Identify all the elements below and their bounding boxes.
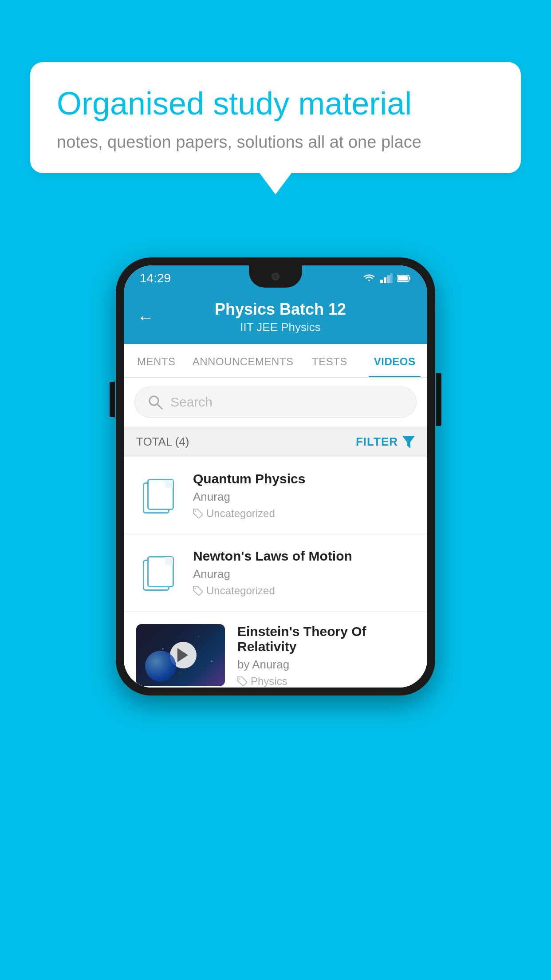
header-title: Physics Batch 12 — [165, 300, 396, 319]
filter-button[interactable]: FILTER — [356, 435, 415, 449]
speech-bubble-subtitle: notes, question papers, solutions all at… — [57, 133, 494, 152]
header-subtitle: IIT JEE Physics — [165, 320, 396, 334]
svg-point-12 — [239, 678, 240, 680]
tag-icon-3 — [237, 676, 247, 686]
status-bar: 14:29 — [124, 265, 427, 291]
video-item-einstein[interactable]: Einstein's Theory Of Relativity by Anura… — [124, 612, 427, 688]
svg-point-11 — [195, 588, 196, 589]
video-list: Quantum Physics Anurag Uncategorized — [124, 457, 427, 688]
svg-rect-1 — [384, 277, 386, 283]
search-box[interactable]: Search — [134, 387, 417, 418]
svg-line-8 — [157, 404, 162, 409]
filter-bar: TOTAL (4) FILTER — [124, 427, 427, 457]
video-title-quantum: Quantum Physics — [193, 471, 415, 486]
video-item-quantum[interactable]: Quantum Physics Anurag Uncategorized — [124, 457, 427, 534]
phone-screen: 14:29 — [124, 265, 427, 688]
svg-rect-2 — [387, 275, 390, 283]
tabs-bar: MENTS ANNOUNCEMENTS TESTS VIDEOS — [124, 344, 427, 378]
tab-videos[interactable]: VIDEOS — [362, 344, 427, 377]
back-button[interactable]: ← — [137, 309, 154, 326]
svg-point-10 — [195, 510, 196, 512]
tab-tests[interactable]: TESTS — [297, 344, 362, 377]
video-title-newton: Newton's Laws of Motion — [193, 549, 415, 564]
svg-rect-3 — [390, 273, 393, 283]
play-icon — [177, 648, 188, 662]
video-author-quantum: Anurag — [193, 490, 415, 504]
speech-bubble-card: Organised study material notes, question… — [30, 62, 521, 173]
search-container: Search — [124, 378, 427, 427]
video-thumbnail-einstein — [136, 624, 225, 686]
video-tag-newton: Uncategorized — [193, 585, 415, 597]
tab-announcements[interactable]: ANNOUNCEMENTS — [189, 344, 297, 377]
speech-bubble-arrow — [260, 173, 291, 194]
tag-icon-2 — [193, 586, 203, 596]
video-title-einstein: Einstein's Theory Of Relativity — [237, 624, 415, 654]
signal-icon — [380, 273, 393, 283]
status-time: 14:29 — [140, 271, 171, 285]
notch — [249, 265, 302, 288]
svg-marker-9 — [402, 436, 415, 448]
video-info-einstein: Einstein's Theory Of Relativity by Anura… — [237, 624, 415, 688]
svg-rect-6 — [398, 276, 408, 281]
speech-bubble-title: Organised study material — [57, 85, 494, 122]
svg-rect-5 — [409, 277, 410, 280]
battery-icon — [397, 274, 411, 282]
search-placeholder: Search — [170, 395, 213, 410]
video-item-newton[interactable]: Newton's Laws of Motion Anurag Uncategor… — [124, 534, 427, 612]
tab-ments[interactable]: MENTS — [124, 344, 189, 377]
file-icon — [143, 478, 174, 514]
camera-dot — [272, 273, 279, 281]
app-header: ← Physics Batch 12 IIT JEE Physics — [124, 291, 427, 344]
file-icon-2 — [143, 555, 174, 591]
filter-icon — [402, 436, 415, 448]
video-thumb-newton — [136, 555, 181, 591]
video-info-newton: Newton's Laws of Motion Anurag Uncategor… — [193, 549, 415, 597]
phone-mockup: 14:29 — [116, 257, 435, 695]
header-title-group: Physics Batch 12 IIT JEE Physics — [165, 300, 414, 334]
video-thumb-quantum — [136, 478, 181, 514]
video-info-quantum: Quantum Physics Anurag Uncategorized — [193, 471, 415, 520]
video-tag-quantum: Uncategorized — [193, 507, 415, 520]
tag-icon — [193, 509, 203, 518]
phone-body: 14:29 — [116, 257, 435, 695]
wifi-icon — [362, 273, 376, 283]
video-tag-einstein: Physics — [237, 675, 415, 688]
svg-rect-0 — [380, 280, 383, 283]
search-icon — [147, 394, 163, 410]
video-author-einstein: by Anurag — [237, 658, 415, 672]
total-count: TOTAL (4) — [136, 435, 189, 449]
speech-bubble-section: Organised study material notes, question… — [30, 62, 521, 194]
status-icons — [362, 273, 411, 283]
video-author-newton: Anurag — [193, 567, 415, 581]
